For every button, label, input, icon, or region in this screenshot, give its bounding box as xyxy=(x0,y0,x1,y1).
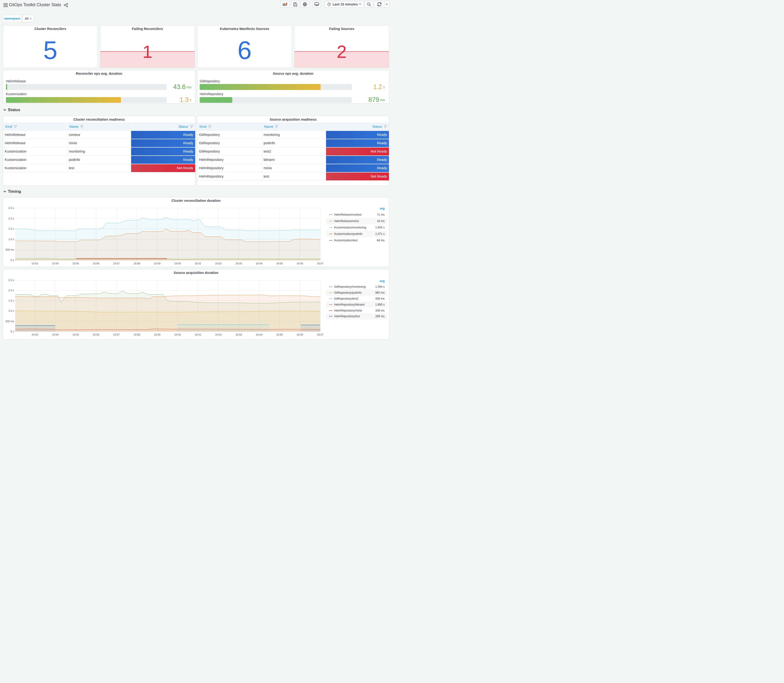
svg-text:2.5 s: 2.5 s xyxy=(8,279,14,282)
svg-text:16:00: 16:00 xyxy=(174,262,181,265)
svg-text:2.5 s: 2.5 s xyxy=(8,206,14,209)
svg-text:1.5 s: 1.5 s xyxy=(8,299,14,302)
svg-text:15:59: 15:59 xyxy=(154,333,161,336)
svg-text:15:58: 15:58 xyxy=(133,262,140,265)
svg-text:15:53: 15:53 xyxy=(32,333,38,336)
svg-text:16:05: 16:05 xyxy=(276,262,283,265)
svg-text:15:54: 15:54 xyxy=(52,333,59,336)
svg-text:1.0 s: 1.0 s xyxy=(8,309,14,312)
svg-text:16:04: 16:04 xyxy=(256,333,263,336)
svg-text:16:00: 16:00 xyxy=(174,333,181,336)
svg-text:15:56: 15:56 xyxy=(93,333,99,336)
svg-text:16:03: 16:03 xyxy=(236,333,242,336)
svg-text:500 ms: 500 ms xyxy=(5,248,14,251)
svg-text:15:57: 15:57 xyxy=(113,262,120,265)
svg-text:0 s: 0 s xyxy=(10,259,14,261)
svg-text:2.0 s: 2.0 s xyxy=(8,289,14,292)
svg-text:16:02: 16:02 xyxy=(215,262,222,265)
svg-text:15:56: 15:56 xyxy=(93,262,99,265)
svg-text:1.5 s: 1.5 s xyxy=(8,227,14,230)
svg-text:16:06: 16:06 xyxy=(297,333,303,336)
svg-text:16:06: 16:06 xyxy=(297,262,303,265)
svg-text:16:02: 16:02 xyxy=(215,333,222,336)
svg-text:15:54: 15:54 xyxy=(52,262,59,265)
svg-text:15:53: 15:53 xyxy=(32,262,38,265)
svg-text:16:03: 16:03 xyxy=(236,262,242,265)
svg-text:15:55: 15:55 xyxy=(72,333,79,336)
svg-text:15:58: 15:58 xyxy=(133,333,140,336)
svg-text:15:55: 15:55 xyxy=(72,262,79,265)
svg-text:15:59: 15:59 xyxy=(154,262,161,265)
svg-text:15:57: 15:57 xyxy=(113,333,120,336)
svg-text:16:07: 16:07 xyxy=(317,262,324,265)
svg-text:0 s: 0 s xyxy=(10,330,14,333)
svg-text:500 ms: 500 ms xyxy=(5,320,14,323)
svg-text:2.0 s: 2.0 s xyxy=(8,217,14,220)
svg-text:16:01: 16:01 xyxy=(195,333,201,336)
svg-text:16:04: 16:04 xyxy=(256,262,263,265)
svg-text:1.0 s: 1.0 s xyxy=(8,238,14,240)
svg-text:16:07: 16:07 xyxy=(317,333,324,336)
svg-text:16:01: 16:01 xyxy=(195,262,201,265)
svg-text:16:05: 16:05 xyxy=(276,333,283,336)
